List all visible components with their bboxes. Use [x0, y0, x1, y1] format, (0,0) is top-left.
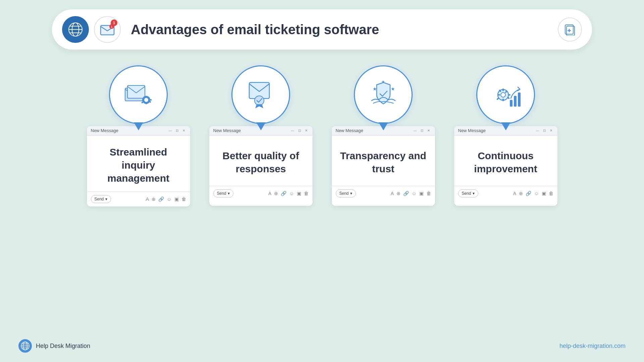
toolbar-4: A ⊕ 🔗 ☺ ▣ 🗑 — [513, 191, 553, 196]
toolbar-3: A ⊕ 🔗 ☺ ▣ 🗑 — [391, 191, 431, 196]
card-2-icon — [231, 65, 290, 124]
close-4[interactable]: ✕ — [549, 129, 553, 132]
image-icon-1[interactable]: ▣ — [174, 196, 179, 202]
email-body-3: Transparency and trust — [332, 135, 435, 186]
emoji-icon-4[interactable]: ☺ — [534, 191, 539, 196]
email-footer-4: Send ▾ A ⊕ 🔗 ☺ ▣ 🗑 — [454, 186, 557, 201]
svg-rect-34 — [497, 94, 500, 96]
format-icon-2[interactable]: A — [268, 191, 271, 196]
svg-rect-33 — [508, 94, 511, 96]
close-1[interactable]: ✕ — [181, 129, 186, 132]
image-icon-2[interactable]: ▣ — [297, 191, 301, 196]
send-button-4[interactable]: Send ▾ — [458, 189, 478, 197]
attach-icon-1[interactable]: ⊕ — [152, 196, 156, 202]
link-icon-1[interactable]: 🔗 — [158, 196, 164, 202]
format-icon-1[interactable]: A — [146, 196, 149, 202]
attach-icon-3[interactable]: ⊕ — [396, 191, 400, 196]
page-title: Advantages of email ticketing software — [131, 22, 558, 37]
email-footer-3: Send ▾ A ⊕ 🔗 ☺ ▣ 🗑 — [332, 186, 435, 201]
email-footer-1: Send ▾ A ⊕ 🔗 ☺ ▣ 🗑 — [87, 191, 190, 206]
maximize-3[interactable]: ⊡ — [420, 129, 424, 132]
send-dropdown-3[interactable]: ▾ — [350, 191, 352, 196]
format-icon-4[interactable]: A — [513, 191, 516, 196]
footer-logo: Help Desk Migration — [18, 339, 90, 353]
maximize-1[interactable]: ⊡ — [175, 129, 179, 132]
delete-icon-2[interactable]: 🗑 — [304, 191, 309, 196]
toolbar-1: A ⊕ 🔗 ☺ ▣ 🗑 — [146, 196, 186, 202]
close-3[interactable]: ✕ — [426, 129, 431, 132]
svg-point-15 — [144, 98, 148, 102]
email-body-1: Streamlined inquiry management — [87, 135, 190, 191]
window-label-4: New Message — [458, 128, 535, 133]
card-title-3: Transparency and trust — [340, 149, 427, 175]
delete-icon-1[interactable]: 🗑 — [181, 196, 186, 202]
email-body-4: Continuous improvement — [454, 135, 557, 186]
svg-rect-31 — [502, 88, 504, 91]
delete-icon-3[interactable]: 🗑 — [426, 191, 431, 196]
maximize-2[interactable]: ⊡ — [297, 129, 302, 132]
footer-url: help-desk-migration.com — [559, 343, 626, 350]
footer-brand: Help Desk Migration — [36, 343, 90, 350]
svg-point-30 — [501, 93, 505, 97]
minimize-4[interactable]: — — [535, 129, 540, 132]
image-icon-3[interactable]: ▣ — [419, 191, 424, 196]
window-controls-1: — ⊡ ✕ — [168, 129, 186, 132]
maximize-4[interactable]: ⊡ — [542, 129, 547, 132]
send-label-1: Send — [95, 197, 104, 201]
emoji-icon-1[interactable]: ☺ — [167, 196, 171, 202]
page-footer: Help Desk Migration help-desk-migration.… — [18, 339, 626, 353]
emoji-icon-2[interactable]: ☺ — [289, 191, 294, 196]
send-dropdown-2[interactable]: ▾ — [228, 191, 230, 196]
svg-text:★: ★ — [373, 86, 377, 92]
send-dropdown-4[interactable]: ▾ — [473, 191, 475, 196]
header-bar: 1 1 Advantages of email ticketing softwa… — [52, 9, 592, 50]
send-button-3[interactable]: Send ▾ — [336, 189, 356, 197]
card-3: ★ ★ ★ New Message — ⊡ ✕ Transparency and… — [328, 65, 439, 207]
svg-rect-13 — [127, 85, 145, 98]
window-controls-3: — ⊡ ✕ — [413, 129, 431, 132]
link-icon-2[interactable]: 🔗 — [281, 191, 286, 196]
svg-text:★: ★ — [381, 80, 385, 84]
card-4: New Message — ⊡ ✕ Continuous improvement… — [450, 65, 561, 207]
svg-rect-41 — [518, 93, 521, 107]
card-1: New Message — ⊡ ✕ Streamlined inquiry ma… — [83, 65, 194, 207]
svg-rect-32 — [502, 99, 504, 101]
card-2: New Message — ⊡ ✕ Better quality of resp… — [206, 65, 316, 207]
card-title-4: Continuous improvement — [463, 149, 549, 175]
card-title-1: Streamlined inquiry management — [95, 145, 182, 185]
window-label-3: New Message — [336, 128, 413, 133]
footer-logo-icon — [18, 339, 32, 353]
send-button-2[interactable]: Send ▾ — [213, 189, 233, 197]
attach-icon-4[interactable]: ⊕ — [519, 191, 523, 196]
window-label-1: New Message — [91, 128, 168, 133]
svg-rect-40 — [514, 96, 517, 107]
email-window-2: New Message — ⊡ ✕ Better quality of resp… — [209, 126, 313, 206]
image-icon-4[interactable]: ▣ — [542, 191, 546, 196]
send-button-1[interactable]: Send ▾ — [91, 195, 111, 203]
minimize-3[interactable]: — — [413, 129, 418, 132]
notification-badge: 1 — [111, 19, 117, 26]
email-window-4: New Message — ⊡ ✕ Continuous improvement… — [454, 126, 558, 206]
attach-icon-2[interactable]: ⊕ — [274, 191, 278, 196]
send-label-4: Send — [462, 191, 471, 196]
minimize-1[interactable]: — — [168, 129, 173, 132]
link-icon-3[interactable]: 🔗 — [403, 191, 409, 196]
minimize-2[interactable]: — — [290, 129, 295, 132]
email-window-3: New Message — ⊡ ✕ Transparency and trust… — [331, 126, 435, 206]
svg-rect-17 — [146, 103, 147, 104]
emoji-icon-3[interactable]: ☺ — [412, 191, 416, 196]
svg-text:★: ★ — [391, 86, 395, 92]
delete-icon-4[interactable]: 🗑 — [549, 191, 553, 196]
toolbar-2: A ⊕ 🔗 ☺ ▣ 🗑 — [268, 191, 309, 196]
format-icon-3[interactable]: A — [391, 191, 394, 196]
email-window-1: New Message — ⊡ ✕ Streamlined inquiry ma… — [87, 126, 191, 207]
window-controls-4: — ⊡ ✕ — [535, 129, 553, 132]
link-icon-4[interactable]: 🔗 — [526, 191, 531, 196]
card-4-icon — [476, 65, 535, 124]
close-2[interactable]: ✕ — [304, 129, 309, 132]
send-dropdown-1[interactable]: ▾ — [105, 197, 107, 201]
add-button[interactable] — [558, 17, 582, 42]
email-notification-icon[interactable]: 1 1 — [94, 16, 121, 43]
svg-point-25 — [255, 96, 264, 105]
globe-icon[interactable] — [62, 16, 89, 43]
